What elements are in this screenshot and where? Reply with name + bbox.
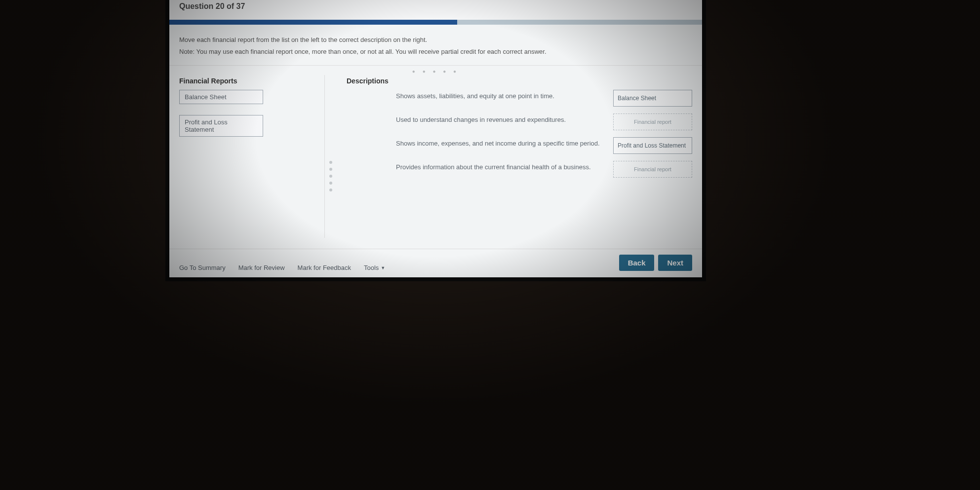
handle-dot-icon [329, 188, 332, 191]
drag-item-profit-loss[interactable]: Profit and Loss Statement [179, 115, 263, 137]
handle-dot-icon [329, 161, 332, 164]
link-label: Mark for Feedback [298, 264, 351, 271]
source-heading: Financial Reports [179, 77, 314, 85]
work-area: Financial Reports Balance Sheet Profit a… [169, 75, 702, 238]
drop-slot-placeholder: Financial report [634, 166, 671, 172]
instruction-line-1: Move each financial report from the list… [179, 35, 692, 45]
link-label: Go To Summary [179, 264, 226, 271]
drop-slot-4[interactable]: Financial report [613, 161, 692, 178]
question-counter: Question 20 of 37 [179, 0, 692, 16]
drop-slot-value: Profit and Loss Statement [618, 142, 686, 149]
description-row: Used to understand changes in revenues a… [347, 113, 692, 130]
drop-slot-3[interactable]: Profit and Loss Statement [613, 137, 692, 154]
drop-slot-placeholder: Financial report [634, 119, 671, 125]
drop-slot-value: Balance Sheet [618, 95, 656, 102]
description-text: Used to understand changes in revenues a… [347, 113, 604, 124]
button-label: Next [667, 259, 683, 267]
footer-bar: Go To Summary Mark for Review Mark for F… [169, 249, 702, 277]
button-label: Back [628, 259, 646, 267]
target-heading: Descriptions [347, 77, 692, 85]
go-to-summary-link[interactable]: Go To Summary [179, 264, 226, 271]
handle-dot-icon [329, 168, 332, 171]
drop-slot-2[interactable]: Financial report [613, 113, 692, 130]
drag-item-label: Profit and Loss Statement [185, 118, 228, 133]
divider-handle[interactable] [325, 75, 337, 238]
drag-item-label: Balance Sheet [185, 93, 227, 101]
link-label: Mark for Review [238, 264, 285, 271]
caret-down-icon: ▼ [381, 265, 385, 270]
progress-bar [169, 20, 702, 25]
description-row: Shows assets, liabilities, and equity at… [347, 90, 692, 107]
handle-dot-icon [329, 175, 332, 178]
description-row: Shows income, expenses, and net income d… [347, 137, 692, 154]
mark-for-feedback-link[interactable]: Mark for Feedback [298, 264, 351, 271]
quiz-screen: Question 20 of 37 Move each financial re… [165, 0, 706, 281]
drop-slot-1[interactable]: Balance Sheet [613, 90, 692, 107]
back-button[interactable]: Back [619, 255, 655, 271]
handle-dot-icon [329, 182, 332, 185]
drag-item-balance-sheet[interactable]: Balance Sheet [179, 90, 263, 104]
link-label: Tools [364, 264, 379, 271]
progress-fill [169, 20, 457, 25]
instruction-line-2: Note: You may use each financial report … [179, 46, 692, 57]
mark-for-review-link[interactable]: Mark for Review [238, 264, 285, 271]
description-row: Provides information about the current f… [347, 161, 692, 178]
header-bar: Question 20 of 37 [169, 0, 702, 20]
tools-dropdown[interactable]: Tools ▼ [364, 264, 385, 271]
target-column: Descriptions Shows assets, liabilities, … [337, 75, 692, 238]
description-text: Shows assets, liabilities, and equity at… [347, 90, 604, 101]
source-column: Financial Reports Balance Sheet Profit a… [179, 75, 325, 238]
description-text: Shows income, expenses, and net income d… [347, 137, 604, 148]
next-button[interactable]: Next [658, 255, 692, 271]
instructions: Move each financial report from the list… [169, 25, 702, 66]
description-text: Provides information about the current f… [347, 161, 604, 172]
footer-links: Go To Summary Mark for Review Mark for F… [179, 264, 385, 271]
pager-dots: ● ● ● ● ● [169, 66, 702, 75]
